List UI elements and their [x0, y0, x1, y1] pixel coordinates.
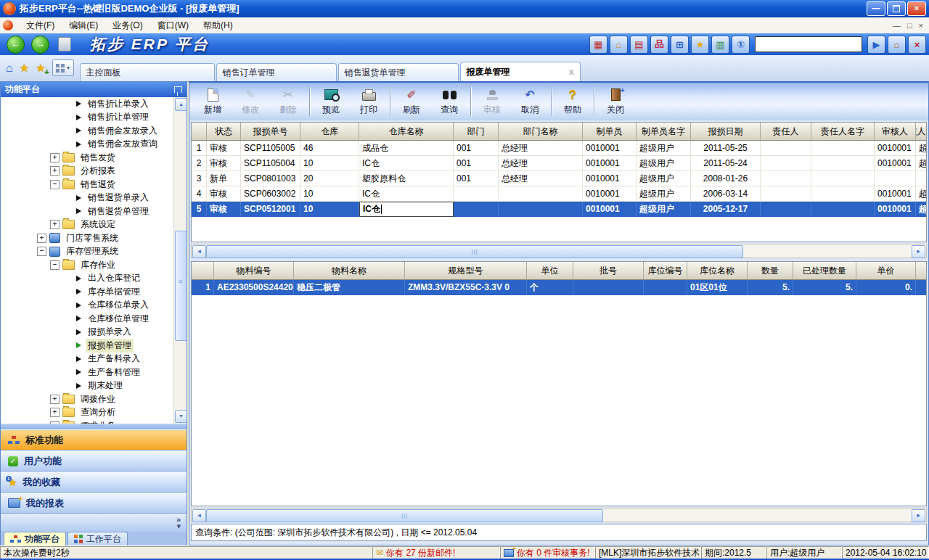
tab-主控面板[interactable]: 主控面板: [80, 63, 215, 81]
scroll-down-icon[interactable]: ▾: [175, 410, 187, 423]
scroll-right-icon[interactable]: ▸: [912, 509, 925, 522]
tree-expand-icon[interactable]: +: [50, 395, 60, 404]
back-button[interactable]: ←: [7, 36, 25, 54]
tree-item-门店零售系统[interactable]: +门店零售系统: [1, 231, 187, 245]
new-folder-icon[interactable]: ⊞: [671, 36, 689, 54]
mdi-control-2[interactable]: ×: [919, 21, 923, 30]
scroll-left-icon[interactable]: ◂: [192, 509, 206, 522]
table-row[interactable]: 1AE2330500S24420稳压二极管ZMM3.3V/BZX55C-3.3V…: [192, 280, 926, 295]
tree-item-仓库移位单录入[interactable]: 仓库移位单录入: [1, 299, 187, 313]
tree-item-分析报表[interactable]: +分析报表: [1, 165, 187, 178]
tree-item-需求业务[interactable]: +需求业务: [1, 419, 187, 424]
scroll-thumb[interactable]: [206, 509, 603, 522]
panel-标准功能[interactable]: 标准功能: [1, 429, 187, 450]
tree-item-销售折让单管理[interactable]: 销售折让单管理: [1, 111, 187, 125]
tree-item-销售佣金发放查询[interactable]: 销售佣金发放查询: [1, 138, 187, 152]
mdi-control-1[interactable]: □: [907, 21, 912, 30]
pin-icon[interactable]: [174, 86, 182, 93]
clock-icon[interactable]: ①: [732, 36, 750, 54]
table-row[interactable]: 5审核SCP051200110IC仓0010001超级用户2005-12-170…: [192, 202, 926, 217]
tree-item-仓库移位单管理[interactable]: 仓库移位单管理: [1, 312, 187, 326]
favorites-icon[interactable]: ★: [20, 62, 29, 75]
tree-item-销售发货[interactable]: +销售发货: [1, 151, 187, 165]
exit-icon[interactable]: ×: [908, 36, 926, 54]
panel-overflow[interactable]: » ▾: [1, 514, 187, 532]
toolbar-button-新增[interactable]: 新增: [194, 86, 232, 118]
tree-item-销售佣金发放录入[interactable]: 销售佣金发放录入: [1, 124, 187, 138]
tree-item-库存管理系统[interactable]: −库存管理系统: [1, 245, 187, 259]
sidebar-splitter[interactable]: ·········: [1, 424, 187, 429]
menu-item-0[interactable]: 文件(F): [19, 19, 62, 32]
tree-expand-icon[interactable]: +: [50, 408, 60, 417]
favorites-icon[interactable]: ★: [691, 36, 709, 54]
tree-expand-icon[interactable]: −: [50, 260, 60, 270]
modules-icon[interactable]: ▦: [589, 36, 607, 54]
orgchart-icon[interactable]: 品: [650, 36, 668, 54]
tree-item-期末处理[interactable]: 期末处理: [1, 379, 187, 393]
home-edit-icon[interactable]: ⌂: [888, 36, 906, 54]
toolbar-button-刷新[interactable]: ✐刷新: [393, 86, 430, 118]
close-button[interactable]: ×: [907, 1, 926, 16]
toolbar-button-打印[interactable]: 打印: [350, 86, 388, 118]
toolbar-button-关闭[interactable]: 关闭: [597, 86, 634, 118]
tree-expand-icon[interactable]: +: [50, 421, 60, 424]
scroll-up-icon[interactable]: ▴: [175, 98, 187, 111]
scroll-right-icon[interactable]: ▸: [912, 245, 925, 258]
tab-报废单管理[interactable]: 报废单管理x: [460, 62, 581, 81]
contacts-icon[interactable]: ▥: [711, 36, 729, 54]
add-favorite-icon[interactable]: ★: [36, 62, 45, 75]
table-row[interactable]: 4审核SCP060300210IC仓0010001超级用户2006-03-140…: [192, 186, 926, 202]
tree-item-报损单管理[interactable]: 报损单管理: [1, 339, 187, 353]
tree-expand-icon[interactable]: −: [37, 247, 46, 256]
main-search-input[interactable]: [755, 36, 862, 52]
tree-item-报损单录入[interactable]: 报损单录入: [1, 326, 187, 339]
tree-scrollbar[interactable]: ▴▾: [173, 97, 187, 424]
menu-item-2[interactable]: 业务(O): [105, 19, 150, 32]
sidebar-tab-工作平台[interactable]: 工作平台: [67, 532, 128, 545]
home-folder-icon[interactable]: ⌂: [610, 36, 628, 54]
mdi-control-0[interactable]: —: [893, 21, 901, 30]
master-hscrollbar[interactable]: ◂ ▸: [191, 244, 927, 258]
minimize-button[interactable]: —: [867, 1, 885, 16]
tab-销售退货单管理[interactable]: 销售退货单管理: [338, 63, 459, 81]
tree-item-销售退货单录入[interactable]: 销售退货单录入: [1, 192, 187, 205]
tree-item-调拨作业[interactable]: +调拨作业: [1, 392, 187, 406]
menu-item-1[interactable]: 编辑(E): [62, 19, 105, 32]
scroll-thumb[interactable]: [175, 231, 187, 341]
tree-item-生产备料管理[interactable]: 生产备料管理: [1, 366, 187, 379]
tab-list-button[interactable]: ▾: [52, 59, 74, 76]
detail-hscrollbar[interactable]: ◂ ▸: [191, 508, 927, 522]
tree-expand-icon[interactable]: +: [50, 220, 60, 229]
scroll-left-icon[interactable]: ◂: [192, 245, 206, 258]
tree-expand-icon[interactable]: +: [50, 166, 60, 176]
panel-我的报表[interactable]: 我的报表: [1, 493, 187, 514]
maximize-button[interactable]: [887, 1, 906, 16]
tree-item-销售退货[interactable]: −销售退货: [1, 178, 187, 192]
tree-item-系统设定[interactable]: +系统设定: [1, 218, 187, 232]
toolbar-button-取消[interactable]: ↶取消: [511, 86, 549, 118]
tree-item-生产备料录入[interactable]: 生产备料录入: [1, 353, 187, 366]
tree-item-销售折让单录入[interactable]: 销售折让单录入: [1, 97, 187, 111]
tree-item-出入仓库登记[interactable]: 出入仓库登记: [1, 272, 187, 286]
tree-expand-icon[interactable]: +: [37, 234, 46, 243]
tree-expand-icon[interactable]: −: [50, 180, 60, 189]
toolbar-button-帮助[interactable]: ?帮助: [554, 86, 592, 118]
toolbar-button-预览[interactable]: 预览: [312, 86, 350, 118]
tree-expand-icon[interactable]: +: [50, 153, 60, 162]
menu-item-3[interactable]: 窗口(W): [150, 19, 196, 32]
panel-用户功能[interactable]: ✓用户功能: [1, 450, 187, 472]
sidebar-tab-功能平台[interactable]: 功能平台: [4, 532, 66, 545]
table-row[interactable]: 2审核SCP110500410IC仓001总经理0010001超级用户2011-…: [192, 156, 926, 171]
tab-销售订单管理[interactable]: 销售订单管理: [216, 63, 337, 81]
scroll-thumb[interactable]: [206, 245, 743, 258]
tree-item-库存单据管理[interactable]: 库存单据管理: [1, 285, 187, 299]
tree-item-销售退货单管理[interactable]: 销售退货单管理: [1, 205, 187, 218]
forward-button[interactable]: →: [31, 36, 49, 54]
notebook-icon[interactable]: ▤: [630, 36, 648, 54]
panel-我的收藏[interactable]: ★我的收藏: [1, 472, 187, 493]
go-icon[interactable]: ▶: [867, 36, 885, 54]
toolbar-button-查询[interactable]: 查询: [430, 86, 468, 118]
table-row[interactable]: 1审核SCP110500546成品仓001总经理0010001超级用户2011-…: [192, 141, 926, 156]
tab-close-icon[interactable]: x: [569, 67, 574, 77]
tree-item-库存作业[interactable]: −库存作业: [1, 258, 187, 272]
